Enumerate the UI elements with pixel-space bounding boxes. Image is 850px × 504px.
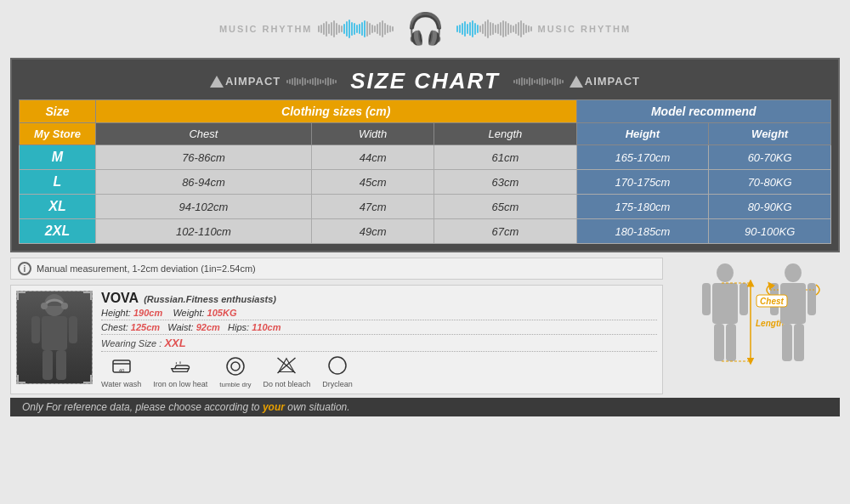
wearing-val: XXL xyxy=(164,337,185,349)
footer-text-middle: choose according to xyxy=(168,401,263,413)
th-mystore: My Store xyxy=(20,123,96,145)
td-length-2xl: 67cm xyxy=(434,219,576,244)
td-chest-2xl: 102-110cm xyxy=(96,219,312,244)
dry-label: Dryclean xyxy=(322,380,353,388)
care-icons: 40 Water wash xyxy=(101,355,657,388)
svg-rect-4 xyxy=(69,316,77,343)
height-label: Height: xyxy=(101,308,131,318)
hips-val: 110cm xyxy=(252,322,280,332)
music-text-left: MUSIC RHYTHM xyxy=(219,24,313,34)
size-row-xl: XL 94-102cm 47cm 65cm 175-180cm 80-90KG xyxy=(20,195,831,219)
th-chest: Chest xyxy=(96,123,312,145)
iron-symbol xyxy=(170,355,190,378)
brand-logo-right: AIMPACT xyxy=(570,75,640,88)
model-height-weight: Height: 190cm Weight: 105KG xyxy=(101,308,657,320)
svg-rect-5 xyxy=(42,350,53,380)
bracket-tr xyxy=(83,292,92,300)
svg-point-7 xyxy=(41,303,48,309)
tumble-label: tumble dry xyxy=(219,381,251,388)
model-card: VOVA (Russian.Fitness enthusiasts) Heigh… xyxy=(10,285,663,394)
td-width-m: 44cm xyxy=(311,145,434,170)
svg-point-13 xyxy=(227,358,244,375)
wearing-size-row: Wearing Size : XXL xyxy=(101,337,657,352)
th-clothing: Clothing sizes (cm) xyxy=(96,100,577,123)
svg-text:Length: Length xyxy=(756,319,784,328)
td-length-xl: 65cm xyxy=(434,195,576,219)
svg-text:→: → xyxy=(775,301,780,306)
svg-rect-6 xyxy=(56,350,66,380)
size-row-2xl: 2XL 102-110cm 49cm 67cm 180-185cm 90-100… xyxy=(20,219,831,244)
waist-val: 92cm xyxy=(196,322,220,332)
music-rhythm-bar: MUSIC RHYTHM 🎧 MUSIC RHYTHM xyxy=(0,0,850,58)
weight-val: 105KG xyxy=(207,308,237,318)
iron-label: Iron on low heat xyxy=(153,380,207,388)
model-photo-inner xyxy=(17,292,92,383)
care-wash: 40 Water wash xyxy=(101,355,141,388)
svg-point-14 xyxy=(231,362,240,371)
model-photo xyxy=(16,291,93,384)
body-diagram: Length C xyxy=(670,258,840,394)
bleach-symbol xyxy=(276,355,297,378)
dry-symbol xyxy=(327,355,348,378)
chest-label: Chest: xyxy=(101,322,128,332)
height-val: 190cm xyxy=(133,308,162,318)
svg-rect-33 xyxy=(794,324,804,361)
waist-label: Waist: xyxy=(167,322,193,332)
td-height-2xl: 180-185cm xyxy=(576,219,709,244)
td-weight-m: 60-70KG xyxy=(709,145,831,170)
chest-val: 125cm xyxy=(131,322,160,332)
td-height-m: 165-170cm xyxy=(576,145,709,170)
bracket-br xyxy=(83,375,92,383)
care-dry: Dryclean xyxy=(322,355,353,388)
td-length-l: 63cm xyxy=(434,170,576,195)
svg-rect-23 xyxy=(726,324,736,361)
brand-name-left: AIMPACT xyxy=(225,75,280,88)
measurement-note: i Manual measurement, 1-2cm deviation (1… xyxy=(10,258,663,280)
th-model: Model recommend xyxy=(576,100,830,123)
logo-triangle-right xyxy=(570,76,583,88)
svg-rect-21 xyxy=(740,283,748,315)
bracket-tl xyxy=(17,292,26,300)
th-width: Width xyxy=(311,123,434,145)
footer-text-after: own situation. xyxy=(287,401,349,413)
svg-text:40: 40 xyxy=(118,368,124,373)
tumble-icon xyxy=(225,356,246,377)
wash-icon: 40 xyxy=(111,355,132,376)
size-table-body: M 76-86cm 44cm 61cm 165-170cm 60-70KG L … xyxy=(20,145,831,244)
wearing-label: Wearing Size : xyxy=(101,338,162,348)
body-diagram-svg: Length C xyxy=(674,258,836,394)
dry-icon xyxy=(327,355,348,376)
bleach-label: Do not bleach xyxy=(264,380,311,388)
td-size-xl: XL xyxy=(20,195,96,219)
td-chest-m: 76-86cm xyxy=(96,145,312,170)
info-icon: i xyxy=(18,262,31,275)
td-weight-l: 70-80KG xyxy=(709,170,831,195)
th-weight: Weight xyxy=(709,123,831,145)
hips-label: Hips: xyxy=(228,322,249,332)
svg-point-17 xyxy=(329,357,346,374)
th-size: Size xyxy=(20,100,96,123)
footer-your: your xyxy=(263,401,285,413)
svg-rect-20 xyxy=(702,283,711,315)
size-table: Size Clothing sizes (cm) Model recommend… xyxy=(19,99,831,244)
model-info: VOVA (Russian.Fitness enthusiasts) Heigh… xyxy=(101,291,657,388)
size-chart-container: AIMPACT SIZE CHART AIMPACT Size Clothing… xyxy=(10,58,840,252)
svg-rect-3 xyxy=(31,316,40,343)
th-height: Height xyxy=(576,123,709,145)
td-length-m: 61cm xyxy=(434,145,576,170)
model-name-sub: (Russian.Fitness enthusiasts) xyxy=(144,294,276,304)
td-width-xl: 47cm xyxy=(311,195,434,219)
care-iron: Iron on low heat xyxy=(153,355,207,388)
td-weight-xl: 80-90KG xyxy=(709,195,831,219)
td-weight-2xl: 90-100KG xyxy=(709,219,831,244)
svg-point-18 xyxy=(717,263,734,282)
person-silhouette xyxy=(25,293,84,382)
td-chest-xl: 94-102cm xyxy=(96,195,312,219)
wash-symbol: 40 xyxy=(111,355,132,378)
size-row-l: L 86-94cm 45cm 63cm 170-175cm 70-80KG xyxy=(20,170,831,195)
model-measurements: Chest: 125cm Waist: 92cm Hips: 110cm xyxy=(101,322,657,335)
mini-wave-right xyxy=(513,76,564,88)
category-header-row: Size Clothing sizes (cm) Model recommend xyxy=(20,100,831,123)
waveform-left xyxy=(318,16,394,42)
svg-rect-22 xyxy=(714,324,724,361)
